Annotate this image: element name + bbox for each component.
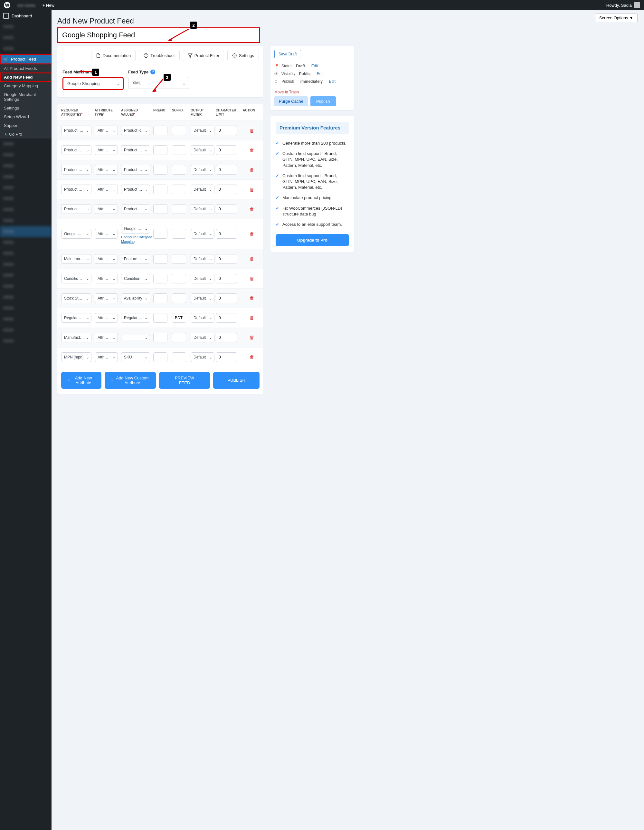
publish-button[interactable]: PUBLISH <box>213 372 259 389</box>
char-limit-input[interactable] <box>216 352 237 362</box>
attr-type-select[interactable]: Attribute⌄ <box>95 274 118 284</box>
required-attr-select[interactable]: MPN [mpn]⌄ <box>61 352 92 362</box>
suffix-input[interactable] <box>172 185 186 194</box>
required-attr-select[interactable]: Product URL [link]⌄ <box>61 185 92 194</box>
troubleshoot-button[interactable]: Troubleshoot <box>139 50 179 61</box>
char-limit-input[interactable] <box>216 313 237 323</box>
suffix-input[interactable] <box>172 145 186 155</box>
suffix-input[interactable] <box>172 229 186 239</box>
output-filter-select[interactable]: Default⌄ <box>191 229 214 239</box>
attr-type-select[interactable]: Attribute⌄ <box>95 126 118 135</box>
assigned-value-select[interactable]: SKU⌄ <box>121 352 150 362</box>
char-limit-input[interactable] <box>216 204 237 214</box>
product-filter-button[interactable]: Product Filter <box>183 50 224 61</box>
prefix-input[interactable] <box>153 313 168 323</box>
assigned-value-select[interactable]: Google Produ⌄ <box>121 224 150 233</box>
assigned-value-select[interactable]: Product Id⌄ <box>121 126 150 135</box>
submenu-all-feeds[interactable]: All Product Feeds <box>0 64 52 73</box>
suffix-input[interactable] <box>172 274 186 284</box>
wp-logo-icon[interactable]: W <box>4 2 10 8</box>
assigned-value-select[interactable]: Product URL⌄ <box>121 185 150 194</box>
char-limit-input[interactable] <box>216 274 237 284</box>
delete-row-button[interactable]: 🗑 <box>243 335 261 340</box>
delete-row-button[interactable]: 🗑 <box>243 187 261 192</box>
char-limit-input[interactable] <box>216 254 237 264</box>
attr-type-select[interactable]: Attribute⌄ <box>95 293 118 303</box>
required-attr-select[interactable]: Google Product⌄ <box>61 229 92 239</box>
delete-row-button[interactable]: 🗑 <box>243 276 261 281</box>
prefix-input[interactable] <box>153 126 168 135</box>
submenu-google-merchant[interactable]: Google Merchant Settings <box>0 90 52 104</box>
feed-merchant-select[interactable]: Google Shopping⌄ <box>62 77 123 90</box>
prefix-input[interactable] <box>153 185 168 194</box>
configure-category-link[interactable]: Configure Category Mapping <box>121 235 153 244</box>
feed-title-input[interactable] <box>57 27 260 43</box>
char-limit-input[interactable] <box>216 126 237 135</box>
prefix-input[interactable] <box>153 204 168 214</box>
assigned-value-select[interactable]: Condition⌄ <box>121 274 150 284</box>
suffix-input[interactable] <box>172 293 186 303</box>
attr-type-select[interactable]: Attribute⌄ <box>95 229 118 239</box>
required-attr-select[interactable]: Main Image [image_link]⌄ <box>61 254 92 264</box>
assigned-value-select[interactable]: Availability⌄ <box>121 293 150 303</box>
edit-publish-link[interactable]: Edit <box>329 79 335 84</box>
prefix-input[interactable] <box>153 254 168 264</box>
delete-row-button[interactable]: 🗑 <box>243 206 261 212</box>
screen-options-button[interactable]: Screen Options ▼ <box>595 14 638 22</box>
edit-visibility-link[interactable]: Edit <box>317 71 324 76</box>
preview-feed-button[interactable]: PREVIEW FEED <box>159 372 210 389</box>
suffix-input[interactable] <box>172 254 186 264</box>
sidebar-product-feed[interactable]: 🛒 Product Feed <box>0 54 52 64</box>
submenu-add-new[interactable]: Add New Feed <box>0 73 52 81</box>
char-limit-input[interactable] <box>216 145 237 155</box>
howdy-text[interactable]: Howdy, Sadia <box>606 3 632 8</box>
submenu-support[interactable]: Support <box>0 121 52 130</box>
assigned-value-select[interactable]: Product Cate⌄ <box>121 204 150 214</box>
output-filter-select[interactable]: Default⌄ <box>191 274 214 284</box>
prefix-input[interactable] <box>153 165 168 174</box>
publish-sidebar-button[interactable]: Publish <box>310 96 336 106</box>
delete-row-button[interactable]: 🗑 <box>243 147 261 153</box>
purge-cache-button[interactable]: Purge Cache <box>274 96 308 106</box>
suffix-input[interactable] <box>172 204 186 214</box>
attr-type-select[interactable]: Attribute⌄ <box>95 352 118 362</box>
char-limit-input[interactable] <box>216 293 237 303</box>
prefix-input[interactable] <box>153 274 168 284</box>
assigned-value-select[interactable]: Product Title⌄ <box>121 145 150 155</box>
save-draft-button[interactable]: Save Draft <box>274 50 301 58</box>
move-to-trash-link[interactable]: Move to Trash <box>274 90 350 94</box>
required-attr-select[interactable]: Regular Price [price]⌄ <box>61 313 92 323</box>
char-limit-input[interactable] <box>216 185 237 194</box>
submenu-category-mapping[interactable]: Category Mapping <box>0 81 52 90</box>
output-filter-select[interactable]: Default⌄ <box>191 254 214 264</box>
attr-type-select[interactable]: Attribute⌄ <box>95 145 118 155</box>
output-filter-select[interactable]: Default⌄ <box>191 352 214 362</box>
attr-type-select[interactable]: Attribute⌄ <box>95 204 118 214</box>
upgrade-to-pro-button[interactable]: Upgrade to Pro <box>275 234 349 246</box>
delete-row-button[interactable]: 🗑 <box>243 354 261 360</box>
required-attr-select[interactable]: Product Id [id]⌄ <box>61 126 92 135</box>
suffix-input[interactable] <box>172 165 186 174</box>
delete-row-button[interactable]: 🗑 <box>243 167 261 173</box>
assigned-value-select[interactable]: Regular Price⌄ <box>121 313 150 323</box>
submenu-gopro[interactable]: ★ Go Pro <box>0 130 52 138</box>
prefix-input[interactable] <box>153 145 168 155</box>
output-filter-select[interactable]: Default⌄ <box>191 145 214 155</box>
suffix-input[interactable] <box>172 352 186 362</box>
suffix-input[interactable] <box>172 126 186 135</box>
submenu-setup-wizard[interactable]: Setup Wizard <box>0 112 52 121</box>
output-filter-select[interactable]: Default⌄ <box>191 293 214 303</box>
output-filter-select[interactable]: Default⌄ <box>191 333 214 342</box>
required-attr-select[interactable]: Product Category⌄ <box>61 204 92 214</box>
documentation-button[interactable]: Documentation <box>91 50 136 61</box>
assigned-value-select[interactable]: Product Desc⌄ <box>121 165 150 174</box>
char-limit-input[interactable] <box>216 333 237 342</box>
help-icon[interactable]: ? <box>150 70 155 74</box>
required-attr-select[interactable]: Stock Status [availability]⌄ <box>61 293 92 303</box>
char-limit-input[interactable] <box>216 165 237 174</box>
sidebar-dashboard[interactable]: Dashboard <box>0 10 52 21</box>
avatar[interactable] <box>635 2 640 8</box>
prefix-input[interactable] <box>153 229 168 239</box>
submenu-settings[interactable]: Settings <box>0 104 52 112</box>
prefix-input[interactable] <box>153 333 168 342</box>
